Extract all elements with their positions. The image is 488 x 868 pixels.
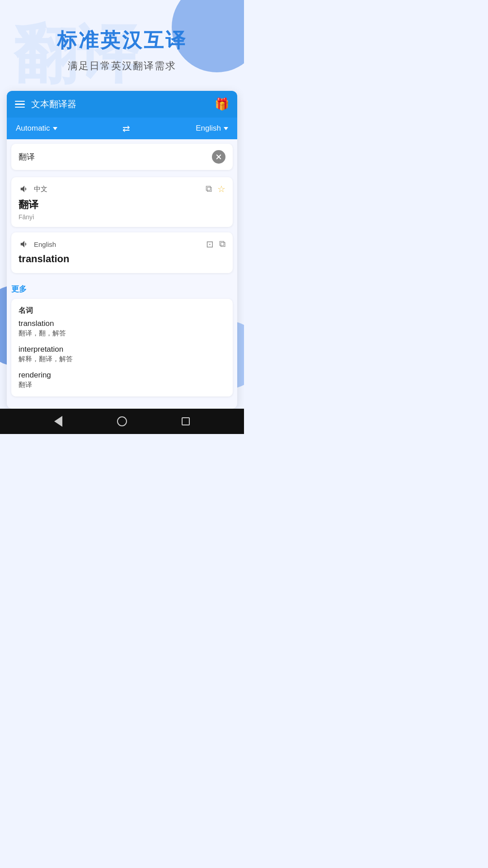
more-item-zh-0: 翻译，翻，解答 bbox=[19, 329, 225, 338]
target-language-button[interactable]: English bbox=[196, 124, 228, 133]
more-card: 名词 translation 翻译，翻，解答 interpretation 解释… bbox=[11, 299, 233, 396]
nav-recents-button[interactable] bbox=[182, 417, 190, 425]
chinese-main-text: 翻译 bbox=[19, 198, 225, 212]
english-result-card: English ⊡ ⧉ translation bbox=[11, 232, 233, 273]
star-icon[interactable]: ☆ bbox=[217, 184, 225, 194]
app-title: 文本翻译器 bbox=[31, 98, 76, 110]
source-language-button[interactable]: Automatic bbox=[16, 124, 57, 133]
nav-back-button[interactable] bbox=[54, 416, 62, 427]
chinese-result-card: 中文 ⧉ ☆ 翻译 Fānyì bbox=[11, 177, 233, 227]
english-main-text: translation bbox=[19, 253, 225, 265]
list-item: rendering 翻译 bbox=[19, 371, 225, 389]
chinese-lang-label: 中文 bbox=[19, 184, 47, 194]
list-item: translation 翻译，翻，解答 bbox=[19, 319, 225, 338]
more-item-en-1: interpretation bbox=[19, 345, 225, 354]
clear-button[interactable] bbox=[212, 150, 225, 164]
hero-subtitle: 满足日常英汉翻译需求 bbox=[9, 59, 235, 73]
swap-languages-icon[interactable]: ⇄ bbox=[122, 123, 130, 134]
input-section: 翻译 bbox=[11, 144, 233, 170]
open-external-icon[interactable]: ⊡ bbox=[206, 239, 214, 250]
hero-section: 标准英汉互译 满足日常英汉翻译需求 bbox=[0, 0, 244, 86]
hero-title: 标准英汉互译 bbox=[9, 27, 235, 54]
hamburger-menu-icon[interactable] bbox=[15, 101, 25, 108]
list-item: interpretation 解释，翻译，解答 bbox=[19, 345, 225, 363]
english-speaker-icon[interactable] bbox=[19, 239, 30, 249]
chinese-card-header: 中文 ⧉ ☆ bbox=[19, 184, 225, 194]
more-item-en-2: rendering bbox=[19, 371, 225, 380]
target-language-label: English bbox=[196, 124, 221, 133]
english-card-actions: ⊡ ⧉ bbox=[206, 239, 225, 250]
chinese-card-actions: ⧉ ☆ bbox=[206, 184, 225, 194]
english-lang-label: English bbox=[19, 239, 56, 249]
app-card: 文本翻译器 🎁 Automatic ⇄ English 翻译 bbox=[7, 91, 237, 409]
input-text[interactable]: 翻译 bbox=[19, 151, 212, 162]
chinese-sub-text: Fānyì bbox=[19, 213, 225, 221]
navigation-bar bbox=[0, 409, 244, 434]
toolbar-left: 文本翻译器 bbox=[15, 98, 76, 110]
more-label: 更多 bbox=[11, 284, 233, 294]
more-item-en-0: translation bbox=[19, 319, 225, 328]
target-language-chevron bbox=[224, 127, 228, 130]
more-item-zh-1: 解释，翻译，解答 bbox=[19, 355, 225, 363]
english-lang-text: English bbox=[34, 241, 56, 248]
noun-label: 名词 bbox=[19, 306, 225, 316]
language-bar: Automatic ⇄ English bbox=[7, 118, 237, 139]
nav-home-button[interactable] bbox=[117, 416, 127, 426]
english-card-header: English ⊡ ⧉ bbox=[19, 239, 225, 250]
source-language-label: Automatic bbox=[16, 124, 50, 133]
copy-english-icon[interactable]: ⧉ bbox=[219, 239, 225, 250]
app-toolbar: 文本翻译器 🎁 bbox=[7, 91, 237, 118]
chinese-lang-text: 中文 bbox=[34, 185, 47, 193]
gift-icon[interactable]: 🎁 bbox=[215, 97, 229, 111]
chinese-speaker-icon[interactable] bbox=[19, 184, 30, 194]
source-language-chevron bbox=[53, 127, 57, 130]
more-section: 更多 名词 translation 翻译，翻，解答 interpretation… bbox=[11, 278, 233, 396]
more-item-zh-2: 翻译 bbox=[19, 381, 225, 389]
copy-icon[interactable]: ⧉ bbox=[206, 184, 212, 194]
